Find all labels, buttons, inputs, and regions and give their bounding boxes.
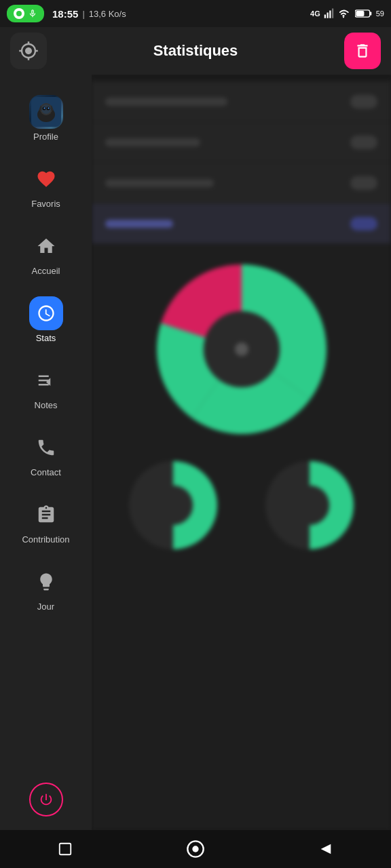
- sidebar-item-profile[interactable]: Profile: [0, 88, 92, 149]
- mic-icon: [28, 9, 37, 18]
- list-row: [92, 81, 391, 122]
- delete-button[interactable]: [344, 33, 381, 69]
- content-background: [92, 81, 391, 830]
- sidebar-item-label-contribution: Contribution: [22, 534, 69, 545]
- home-icon: [36, 236, 56, 256]
- status-bar: 18:55 | 13,6 Ko/s 4G 59: [0, 0, 391, 27]
- notes-icon-container: [29, 363, 63, 397]
- svg-rect-25: [60, 844, 71, 855]
- jour-icon-container: [29, 565, 63, 599]
- sidebar-item-contribution[interactable]: Contribution: [0, 491, 92, 551]
- svg-rect-1: [327, 13, 328, 18]
- network-info: 13,6 Ko/s: [89, 9, 126, 19]
- gear-icon: [18, 41, 39, 61]
- row-text: [105, 138, 200, 146]
- recording-dot: [14, 8, 24, 19]
- status-time: 18:55: [52, 8, 78, 20]
- header: Statistiques: [0, 27, 391, 75]
- nav-square-button[interactable]: [50, 834, 80, 864]
- svg-rect-3: [332, 9, 333, 18]
- sidebar-item-notes[interactable]: Notes: [0, 357, 92, 417]
- network-type: 4G: [310, 9, 320, 18]
- svg-point-16: [43, 108, 45, 109]
- circle-icon: [186, 840, 205, 859]
- sidebar-item-label-accueil: Accueil: [32, 266, 60, 276]
- page-title: Statistiques: [153, 42, 238, 60]
- status-left: 18:55 | 13,6 Ko/s: [7, 5, 126, 22]
- contribution-icon-container: [29, 498, 63, 532]
- row-badge: [350, 95, 377, 108]
- content-area: [92, 75, 391, 830]
- square-icon: [58, 842, 73, 856]
- sidebar-item-stats[interactable]: Stats: [0, 290, 92, 350]
- sidebar-item-accueil[interactable]: Accueil: [0, 222, 92, 283]
- sidebar-item-jour[interactable]: Jour: [0, 558, 92, 618]
- accueil-icon-container: [29, 229, 63, 263]
- mini-chart-right: [265, 461, 354, 549]
- list-row-active: [92, 203, 391, 244]
- stats-icon-container: [29, 296, 63, 330]
- mini-chart-left: [129, 461, 217, 549]
- list-row: [92, 122, 391, 163]
- main-container: Profile Favoris Accueil: [0, 75, 391, 830]
- header-settings-button[interactable]: [10, 33, 47, 69]
- trash-icon: [354, 42, 371, 60]
- list-row: [92, 163, 391, 203]
- status-right: 4G 59: [310, 8, 384, 19]
- sidebar-item-label-favoris: Favoris: [31, 199, 60, 209]
- svg-point-4: [343, 16, 344, 18]
- row-badge: [350, 176, 377, 190]
- heart-icon: [36, 169, 56, 189]
- nav-back-button[interactable]: [311, 834, 341, 864]
- svg-point-27: [192, 846, 198, 852]
- back-icon: [318, 842, 333, 856]
- svg-rect-0: [324, 15, 326, 18]
- sidebar-item-label-contact: Contact: [31, 467, 61, 477]
- bottom-circle-button[interactable]: [29, 783, 63, 816]
- pie-chart: [157, 264, 327, 434]
- power-icon: [39, 792, 54, 807]
- svg-rect-7: [356, 11, 364, 16]
- favoris-icon-container: [29, 162, 63, 196]
- svg-marker-28: [321, 844, 331, 854]
- avatar: [29, 95, 63, 129]
- clipboard-icon: [36, 505, 56, 525]
- contact-icon-container: [29, 431, 63, 465]
- svg-rect-2: [329, 11, 331, 18]
- sidebar-item-label-notes: Notes: [35, 400, 58, 410]
- battery-icon: [355, 8, 373, 19]
- row-text: [105, 220, 173, 228]
- sidebar-item-label-stats: Stats: [36, 333, 56, 343]
- navigation-bar: [0, 830, 391, 868]
- nav-home-button[interactable]: [181, 834, 210, 864]
- bulb-icon: [36, 572, 56, 592]
- phone-icon: [36, 437, 56, 458]
- network-speed: |: [82, 9, 84, 19]
- row-text: [105, 98, 227, 106]
- row-badge: [350, 136, 377, 149]
- svg-point-17: [48, 108, 49, 109]
- sidebar: Profile Favoris Accueil: [0, 75, 92, 830]
- stats-icon: [37, 304, 56, 323]
- row-text: [105, 179, 214, 187]
- row-badge: [350, 217, 377, 231]
- chart-section: [92, 244, 391, 434]
- bottom-charts-section: [92, 448, 391, 563]
- svg-rect-6: [369, 12, 371, 15]
- svg-point-22: [153, 486, 193, 526]
- wifi-icon: [339, 8, 352, 19]
- svg-point-24: [290, 486, 330, 526]
- sidebar-item-favoris[interactable]: Favoris: [0, 155, 92, 216]
- notes-icon: [36, 370, 56, 391]
- recording-indicator: [7, 5, 44, 22]
- sidebar-item-label-jour: Jour: [37, 601, 54, 612]
- signal-icon: [324, 8, 336, 19]
- sidebar-item-contact[interactable]: Contact: [0, 424, 92, 484]
- battery-pct: 59: [376, 9, 384, 18]
- sidebar-item-label-profile: Profile: [33, 132, 58, 142]
- profile-avatar-img: [31, 97, 61, 127]
